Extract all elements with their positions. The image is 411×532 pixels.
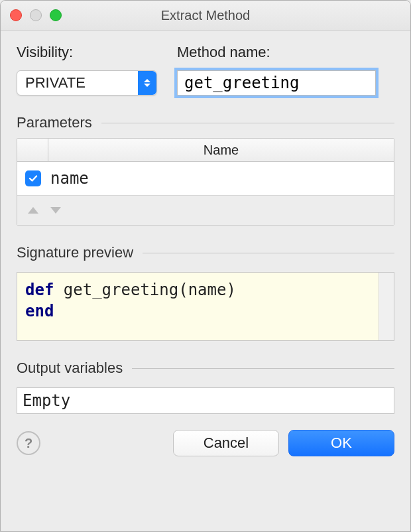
- dialog-window: Extract Method Visibility: PRIVATE Metho…: [0, 0, 411, 532]
- parameters-section-header: Parameters: [17, 114, 394, 131]
- move-down-button[interactable]: [50, 207, 61, 214]
- keyword-def: def: [25, 281, 54, 299]
- move-up-button[interactable]: [28, 207, 38, 214]
- zoom-icon[interactable]: [50, 9, 62, 21]
- parameters-table: Name name: [17, 138, 394, 226]
- parameters-table-header: Name: [17, 139, 394, 162]
- keyword-end: end: [25, 302, 54, 320]
- parameters-table-footer: [17, 195, 394, 225]
- output-variables-field[interactable]: Empty: [17, 387, 394, 414]
- signature-preview: def get_greeting(name) end: [17, 272, 394, 341]
- visibility-label: Visibility:: [17, 44, 157, 61]
- minimize-icon: [30, 9, 42, 21]
- parameters-column-name: Name: [48, 143, 394, 158]
- method-name-input[interactable]: [177, 70, 376, 96]
- parameter-name: name: [41, 169, 89, 188]
- scrollbar[interactable]: [379, 273, 394, 340]
- chevron-up-down-icon[interactable]: [138, 71, 156, 95]
- button-row: ? Cancel OK: [17, 430, 394, 456]
- titlebar: Extract Method: [1, 1, 410, 31]
- signature-section-header: Signature preview: [17, 244, 394, 261]
- ok-button[interactable]: OK: [288, 430, 394, 456]
- output-variables-value: Empty: [23, 391, 70, 410]
- dialog-content: Visibility: PRIVATE Method name: Paramet…: [1, 31, 410, 531]
- signature-section-label: Signature preview: [17, 244, 133, 261]
- table-row[interactable]: name: [17, 162, 394, 195]
- check-icon: [28, 173, 38, 184]
- parameters-column-checkbox: [17, 139, 48, 161]
- method-name-label: Method name:: [177, 44, 376, 61]
- close-icon[interactable]: [10, 9, 22, 21]
- signature-line-1: get_greeting(name): [54, 281, 236, 299]
- output-section-header: Output variables: [17, 360, 394, 377]
- dialog-title: Extract Method: [1, 8, 410, 23]
- parameter-checkbox[interactable]: [25, 170, 41, 186]
- output-section-label: Output variables: [17, 360, 123, 377]
- help-button[interactable]: ?: [17, 431, 40, 455]
- visibility-select[interactable]: PRIVATE: [17, 70, 157, 96]
- parameters-section-label: Parameters: [17, 114, 92, 131]
- visibility-value: PRIVATE: [17, 74, 138, 92]
- cancel-button[interactable]: Cancel: [173, 430, 279, 456]
- traffic-lights: [10, 1, 62, 30]
